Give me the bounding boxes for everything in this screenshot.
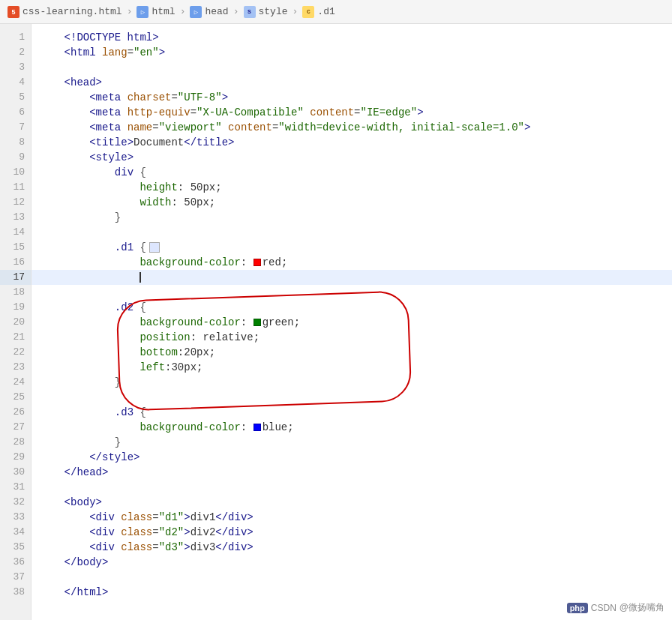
ln-9: 9 (0, 150, 31, 165)
line8-content: <title>Document</title> (39, 135, 234, 150)
code-line-3[interactable] (32, 60, 672, 75)
code-line-2[interactable]: <html lang="en"> (32, 45, 672, 60)
code-line-9[interactable]: <style> (32, 150, 672, 165)
ln-27: 27 (0, 420, 31, 435)
ln-28: 28 (0, 435, 31, 450)
ln-12: 12 (0, 195, 31, 210)
code-area[interactable]: <!DOCTYPE html> <html lang="en"> <head> … (32, 24, 672, 620)
code-line-19[interactable]: .d2 { (32, 300, 672, 315)
code-line-32[interactable]: <body> (32, 495, 672, 510)
code-line-37[interactable] (32, 570, 672, 585)
code-line-22[interactable]: bottom:20px; (32, 345, 672, 360)
line15-content: .d1 { (39, 240, 160, 255)
code-line-31[interactable] (32, 480, 672, 495)
line4-content: <head> (39, 75, 102, 90)
code-line-17[interactable] (32, 270, 672, 285)
line29-content: </style> (39, 450, 140, 465)
ln-19: 19 (0, 300, 31, 315)
code-line-4[interactable]: <head> (32, 75, 672, 90)
ln-1: 1 (0, 30, 31, 45)
code-line-24[interactable]: } (32, 375, 672, 390)
line5-content: <meta charset="UTF-8"> (39, 90, 228, 105)
ln-20: 20 (0, 315, 31, 330)
ln-33: 33 (0, 510, 31, 525)
line23-content: left:30px; (39, 360, 202, 375)
line26-content: .d3 { (39, 405, 146, 420)
line6-content: <meta http-equiv="X-UA-Compatible" conte… (39, 105, 424, 120)
code-line-14[interactable] (32, 225, 672, 240)
code-line-36[interactable]: </body> (32, 555, 672, 570)
code-line-18[interactable] (32, 285, 672, 300)
code-line-13[interactable]: } (32, 210, 672, 225)
ln-5: 5 (0, 90, 31, 105)
ln-26: 26 (0, 405, 31, 420)
ln-6: 6 (0, 105, 31, 120)
line28-content: } (39, 435, 121, 450)
code-line-30[interactable]: </head> (32, 465, 672, 480)
code-line-28[interactable]: } (32, 435, 672, 450)
ln-22: 22 (0, 345, 31, 360)
ln-18: 18 (0, 285, 31, 300)
code-line-25[interactable] (32, 390, 672, 405)
code-line-27[interactable]: background-color: blue; (32, 420, 672, 435)
code-line-16[interactable]: background-color: red; (32, 255, 672, 270)
line36-content: </body> (39, 555, 108, 570)
bc-style[interactable]: style (259, 6, 288, 17)
ln-15: 15 (0, 240, 31, 255)
line10-content: div { (39, 165, 146, 180)
ln-30: 30 (0, 465, 31, 480)
code-line-7[interactable]: <meta name="viewport" content="width=dev… (32, 120, 672, 135)
code-line-15[interactable]: .d1 { (32, 240, 672, 255)
ln-14: 14 (0, 225, 31, 240)
editor-container: 1 2 3 4 5 6 7 8 9 10 11 12 13 14 15 16 1… (0, 24, 672, 620)
code-line-12[interactable]: width: 50px; (32, 195, 672, 210)
ln-10: 10 (0, 165, 31, 180)
code-line-6[interactable]: <meta http-equiv="X-UA-Compatible" conte… (32, 105, 672, 120)
code-line-33[interactable]: <div class="d1">div1</div> (32, 510, 672, 525)
line32-content: <body> (39, 495, 102, 510)
line38-content: </html> (39, 585, 108, 600)
code-line-35[interactable]: <div class="d3">div3</div> (32, 540, 672, 555)
bc-sep-4: › (292, 6, 298, 17)
bc-html[interactable]: html (152, 6, 175, 17)
ln-16: 16 (0, 255, 31, 270)
code-line-5[interactable]: <meta charset="UTF-8"> (32, 90, 672, 105)
line13-content: } (39, 210, 121, 225)
line-numbers: 1 2 3 4 5 6 7 8 9 10 11 12 13 14 15 16 1… (0, 24, 32, 620)
ln-32: 32 (0, 495, 31, 510)
line22-content: bottom:20px; (39, 345, 215, 360)
bc-filename[interactable]: css-learning.html (22, 6, 122, 17)
bc-sep-3: › (233, 6, 239, 17)
ln-4: 4 (0, 75, 31, 90)
bc-head[interactable]: head (205, 6, 228, 17)
html-tag-icon (136, 6, 148, 18)
line30-content: </head> (39, 465, 108, 480)
line11-content: height: 50px; (39, 180, 222, 195)
code-line-1[interactable]: <!DOCTYPE html> (32, 30, 672, 45)
code-line-10[interactable]: div { (32, 165, 672, 180)
green-swatch (254, 319, 261, 326)
code-line-23[interactable]: left:30px; (32, 360, 672, 375)
ln-13: 13 (0, 210, 31, 225)
text-cursor (140, 272, 141, 283)
line12-content: width: 50px; (39, 195, 215, 210)
watermark-site: CSDN (591, 603, 616, 613)
line24-content: } (39, 375, 121, 390)
ln-11: 11 (0, 180, 31, 195)
code-line-21[interactable]: position: relative; (32, 330, 672, 345)
code-line-26[interactable]: .d3 { (32, 405, 672, 420)
code-line-34[interactable]: <div class="d2">div2</div> (32, 525, 672, 540)
ln-23: 23 (0, 360, 31, 375)
ln-24: 24 (0, 375, 31, 390)
line16-content: background-color: red; (39, 255, 287, 270)
red-swatch (254, 259, 261, 266)
line9-content: <style> (39, 150, 134, 165)
html5-icon: 5 (8, 6, 20, 18)
bc-d1[interactable]: .d1 (317, 6, 334, 17)
code-line-20[interactable]: background-color: green; (32, 315, 672, 330)
code-line-11[interactable]: height: 50px; (32, 180, 672, 195)
code-line-29[interactable]: </style> (32, 450, 672, 465)
code-line-8[interactable]: <title>Document</title> (32, 135, 672, 150)
code-line-38[interactable]: </html> (32, 585, 672, 600)
breadcrumb-bar: 5 css-learning.html › html › head › S st… (0, 0, 672, 24)
